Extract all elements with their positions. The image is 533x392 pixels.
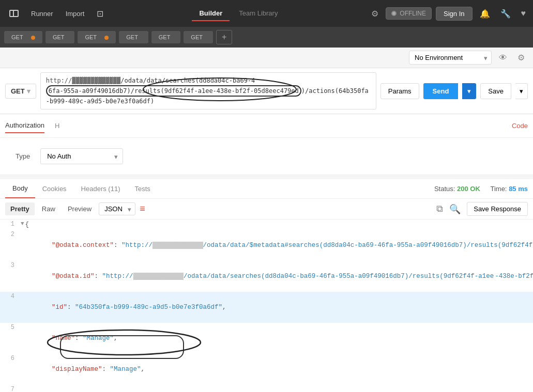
notifications-bell-icon[interactable]: 🔔: [477, 7, 493, 21]
cookies-tab[interactable]: Cookies: [35, 180, 74, 198]
url-oval-highlight: 6fa-955a-a09f49016db7)/results(9df62f4f-…: [46, 85, 301, 97]
send-button[interactable]: Send: [423, 83, 459, 99]
method-label: GET: [11, 87, 25, 95]
eye-icon[interactable]: 👁: [496, 51, 510, 65]
json-line-7: 7 "context": "6e4da480-18b4-4da1-ab48-83…: [0, 385, 533, 392]
offline-badge: OFFLINE: [386, 7, 432, 20]
http-method-select[interactable]: GET ▾: [5, 84, 36, 99]
json-line-4: 4 "id": "64b350fa-b999-489c-a9d5-b0e7e3f…: [0, 292, 533, 323]
format-select[interactable]: JSON: [99, 202, 135, 215]
wrench-icon[interactable]: 🔧: [497, 7, 514, 21]
request-tab-6[interactable]: GET: [184, 31, 213, 43]
builder-tab[interactable]: Builder: [192, 6, 230, 21]
json-line-6: 6 "displayName": "Manage",: [0, 354, 533, 385]
sidebar-icon: [9, 10, 19, 17]
format-select-wrapper: JSON: [99, 202, 135, 215]
url-input[interactable]: http://▓▓▓▓▓▓▓▓▓▓▓▓▓/odata/data/searches…: [40, 72, 376, 109]
sidebar-toggle-button[interactable]: [4, 7, 24, 20]
auth-type-select[interactable]: No Auth: [40, 148, 123, 164]
send-dropdown-button[interactable]: ▾: [462, 83, 476, 99]
search-icon[interactable]: 🔍: [449, 203, 461, 215]
headers-tab[interactable]: H: [55, 119, 59, 133]
status-value: 200 OK: [457, 185, 480, 193]
tab-unsaved-dot: [31, 36, 35, 40]
method-dropdown-icon: ▾: [27, 87, 31, 95]
response-time: Time: 85 ms: [490, 185, 528, 193]
json-response-body: 1 ▼ { 2 "@odata.context": "http://▓▓▓▓▓▓…: [0, 219, 533, 392]
team-library-tab[interactable]: Team Library: [232, 6, 285, 21]
request-section-tabs: Authorization H Code: [0, 114, 533, 138]
body-format-bar: Pretty Raw Preview JSON ≡ ⧉ 🔍 Save Respo…: [0, 199, 533, 219]
request-tabs-bar: GET GET GET GET GET GET +: [0, 27, 533, 48]
heart-icon[interactable]: ♥: [518, 7, 529, 20]
sign-in-button[interactable]: Sign In: [436, 7, 472, 21]
copy-icon[interactable]: ⧉: [436, 203, 443, 214]
settings-gear-icon[interactable]: ⚙: [368, 7, 382, 21]
import-label: Import: [66, 10, 85, 18]
auth-type-label: Type: [16, 152, 30, 160]
response-tabs-bar: Body Cookies Headers (11) Tests Status: …: [0, 179, 533, 199]
raw-button[interactable]: Raw: [37, 202, 60, 215]
import-button[interactable]: Import: [60, 7, 90, 21]
add-tab-button[interactable]: +: [216, 30, 232, 44]
offline-indicator-icon: [391, 11, 397, 16]
env-gear-icon[interactable]: ⚙: [514, 51, 528, 65]
pretty-button[interactable]: Pretty: [5, 202, 35, 215]
request-tab-3[interactable]: GET: [78, 31, 116, 43]
json-line-1: 1 ▼ {: [0, 219, 533, 230]
code-link[interactable]: Code: [512, 122, 528, 130]
save-dropdown-button[interactable]: ▾: [515, 83, 528, 99]
headers-tab[interactable]: Headers (11): [74, 180, 128, 198]
status-label: Status:: [434, 185, 455, 193]
environment-select-wrapper: No Environment: [409, 51, 492, 65]
offline-label: OFFLINE: [400, 10, 426, 17]
save-button[interactable]: Save: [480, 83, 511, 99]
url-text-start: http://▓▓▓▓▓▓▓▓▓▓▓▓▓: [46, 77, 121, 84]
tests-tab[interactable]: Tests: [127, 180, 157, 198]
new-tab-button[interactable]: ⊡: [92, 6, 109, 22]
authorization-tab[interactable]: Authorization: [5, 118, 44, 133]
response-status: Status: 200 OK Time: 85 ms: [434, 185, 528, 193]
preview-button[interactable]: Preview: [63, 202, 97, 215]
wrap-lines-icon[interactable]: ≡: [140, 203, 145, 214]
url-bar: GET ▾ http://▓▓▓▓▓▓▓▓▓▓▓▓▓/odata/data/se…: [0, 68, 533, 114]
request-tab-5[interactable]: GET: [151, 31, 181, 43]
request-tab-2[interactable]: GET: [45, 31, 75, 43]
body-tab[interactable]: Body: [5, 179, 35, 198]
collapse-arrow-1[interactable]: ▼: [21, 219, 24, 229]
runner-button[interactable]: Runner: [26, 7, 58, 21]
auth-type-select-wrapper: No Auth: [40, 148, 123, 164]
runner-label: Runner: [31, 10, 53, 18]
top-navigation: Runner Import ⊡ Builder Team Library ⚙ O…: [0, 0, 533, 27]
request-tab-1[interactable]: GET: [4, 31, 42, 43]
new-tab-icon: ⊡: [97, 9, 103, 19]
url-text-path: /odata/data/searches(dd8da04c-ba69-4: [120, 77, 255, 84]
save-response-button[interactable]: Save Response: [467, 202, 528, 216]
json-line-5: 5 "name": "Manage",: [0, 323, 533, 354]
environment-select[interactable]: No Environment: [409, 51, 492, 65]
request-tab-4[interactable]: GET: [119, 31, 148, 43]
tab-unsaved-dot: [104, 36, 109, 40]
time-value: 85 ms: [509, 185, 528, 193]
params-button[interactable]: Params: [380, 83, 419, 99]
environment-bar: No Environment 👁 ⚙: [0, 48, 533, 68]
json-line-2: 2 "@odata.context": "http://▓▓▓▓▓▓▓▓▓▓▓▓…: [0, 230, 533, 261]
auth-content-area: Type No Auth: [0, 138, 533, 175]
json-line-3: 3 "@odata.id": "http://▓▓▓▓▓▓▓▓▓▓▓▓▓/oda…: [0, 261, 533, 292]
